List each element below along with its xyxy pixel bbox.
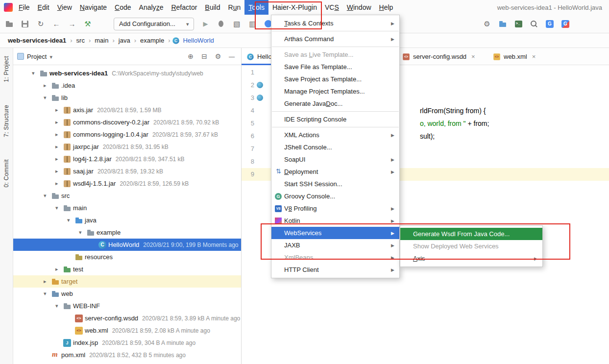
chevron-down-icon[interactable]: [49, 53, 52, 60]
tree-row-idea[interactable]: .idea: [13, 79, 241, 92]
menu-item-webservices[interactable]: WebServices: [271, 227, 399, 239]
tree-row-test[interactable]: test: [13, 263, 241, 275]
menu-build[interactable]: Build: [201, 0, 224, 15]
menu-item-save-file-as-template[interactable]: Save File as Template...: [271, 61, 399, 73]
expand-arrow[interactable]: [55, 156, 63, 162]
expand-arrow[interactable]: [55, 168, 63, 174]
menu-item-manage-project-templates[interactable]: Manage Project Templates...: [271, 85, 399, 97]
tree-row-commons-discovery-jar[interactable]: commons-discovery-0.2.jar 2020/8/21 8:59…: [13, 116, 241, 128]
webservice-gutter-icon[interactable]: [257, 82, 263, 88]
profiler-icon[interactable]: [248, 20, 257, 28]
tree-row-saaj-jar[interactable]: saaj.jar 2020/8/21 8:59, 19.32 kB: [13, 165, 241, 177]
submenu-item-axis[interactable]: Axis: [400, 252, 542, 265]
tree-row-web[interactable]: web: [13, 288, 241, 300]
open-icon[interactable]: [5, 20, 14, 28]
menu-run[interactable]: Run: [224, 0, 245, 15]
collapse-arrow[interactable]: [32, 70, 40, 76]
menu-file[interactable]: File: [15, 0, 34, 15]
plugin-icon[interactable]: [561, 20, 570, 28]
menu-item-http-client[interactable]: HTTP Client: [271, 264, 399, 276]
menu-haier-x-plugin[interactable]: Haier-X-Plugin: [268, 0, 321, 15]
tree-row-axis-jar[interactable]: axis.jar 2020/8/21 8:59, 1.59 MB: [13, 104, 241, 116]
tree-row-pom-xml[interactable]: pom.xml 2020/8/21 8:52, 432 B 5 minutes …: [13, 349, 241, 361]
tree-row-example[interactable]: example: [13, 226, 241, 239]
toolwindow-button-commit[interactable]: 0: Commit: [3, 159, 10, 187]
tree-row-jaxrpc-jar[interactable]: jaxrpc.jar 2020/8/21 8:59, 31.95 kB: [13, 141, 241, 153]
breadcrumb-main[interactable]: main: [93, 36, 110, 45]
expand-arrow[interactable]: [55, 107, 63, 113]
collapse-arrow[interactable]: [79, 229, 87, 236]
sync-icon[interactable]: [36, 20, 45, 28]
breadcrumb-example[interactable]: example: [138, 36, 166, 45]
project-panel-title[interactable]: Project: [27, 53, 47, 60]
menu-item-deployment[interactable]: Deployment: [271, 166, 399, 178]
menu-item-xml-actions[interactable]: XML Actions: [271, 129, 399, 141]
expand-arrow[interactable]: [55, 131, 63, 138]
tree-row-helloworld[interactable]: HelloWorld 2020/8/21 9:00, 199 B Moments…: [13, 239, 241, 251]
run-icon[interactable]: [201, 20, 210, 28]
editor-tab-web-xml[interactable]: web.xml: [488, 48, 544, 65]
tree-row-src[interactable]: src: [13, 190, 241, 202]
menu-item-arthas-command[interactable]: Arthas Command: [271, 33, 399, 45]
menu-item-ide-scripting-console[interactable]: IDE Scripting Console: [271, 113, 399, 125]
tree-row-java[interactable]: java: [13, 214, 241, 226]
translate-plugin-icon[interactable]: [545, 20, 554, 28]
menu-tools[interactable]: Tools: [244, 0, 268, 15]
menu-analyze[interactable]: Analyze: [135, 0, 168, 15]
tree-row-web-inf[interactable]: WEB-INF: [13, 300, 241, 312]
menu-item-start-ssh-session[interactable]: Start SSH Session...: [271, 178, 399, 190]
run-configuration-combo[interactable]: Add Configuration...: [114, 18, 194, 30]
webservice-gutter-icon[interactable]: [257, 95, 263, 101]
expand-arrow[interactable]: [55, 119, 63, 125]
forward-icon[interactable]: [68, 20, 76, 28]
editor-tab-server-config[interactable]: server-config.wsdd: [397, 48, 488, 65]
close-tab-icon[interactable]: [471, 53, 475, 60]
toolwindow-button-project[interactable]: 1: Project: [3, 56, 10, 82]
menu-item-tasks-contexts[interactable]: Tasks & Contexts: [271, 17, 399, 29]
collapse-arrow[interactable]: [44, 95, 51, 101]
terminal-icon[interactable]: [514, 20, 523, 28]
menu-edit[interactable]: Edit: [34, 0, 53, 15]
tree-row-wsdl4j-jar[interactable]: wsdl4j-1.5.1.jar 2020/8/21 8:59, 126.59 …: [13, 177, 241, 190]
debug-icon[interactable]: [217, 20, 225, 28]
tree-row-lib[interactable]: lib: [13, 92, 241, 104]
menu-vcs[interactable]: VCS: [321, 0, 343, 15]
breadcrumb-project[interactable]: web-services-idea1: [6, 36, 68, 45]
coverage-icon[interactable]: [232, 20, 241, 28]
menu-help[interactable]: Help: [375, 0, 397, 15]
build-hammer-icon[interactable]: [83, 20, 92, 28]
hide-panel-icon[interactable]: [226, 52, 237, 60]
expand-arrow[interactable]: [55, 266, 63, 272]
collapse-arrow[interactable]: [67, 217, 75, 223]
tree-row-target[interactable]: target: [13, 275, 241, 288]
menu-window[interactable]: Window: [343, 0, 375, 15]
tree-row-log4j-jar[interactable]: log4j-1.2.8.jar 2020/8/21 8:59, 347.51 k…: [13, 153, 241, 165]
breadcrumb-src[interactable]: src: [74, 36, 87, 45]
menu-item-groovy-console[interactable]: Groovy Console...: [271, 190, 399, 202]
breadcrumb-helloworld[interactable]: HelloWorld: [181, 36, 216, 45]
toolwindow-button-structure[interactable]: 7: Structure: [3, 105, 10, 137]
submenu-item-show-deployed-web-services[interactable]: Show Deployed Web Services: [400, 240, 542, 252]
locate-file-icon[interactable]: [185, 52, 196, 60]
menu-item-save-project-as-template[interactable]: Save Project as Template...: [271, 73, 399, 85]
menu-code[interactable]: Code: [111, 0, 135, 15]
collapse-arrow[interactable]: [44, 193, 51, 199]
back-icon[interactable]: [52, 20, 61, 28]
tree-row-web-services-idea1[interactable]: web-services-idea1 C:\WorkSpace\my-study…: [13, 67, 241, 79]
menu-refactor[interactable]: Refactor: [167, 0, 201, 15]
close-tab-icon[interactable]: [532, 53, 536, 60]
expand-arrow[interactable]: [44, 82, 51, 89]
tree-row-main[interactable]: main: [13, 202, 241, 214]
project-folder-icon[interactable]: [498, 20, 507, 28]
menu-item-jaxb[interactable]: JAXB: [271, 239, 399, 251]
wrench-icon[interactable]: [483, 20, 491, 28]
menu-item-v8-profiling[interactable]: V8 Profiling: [271, 202, 399, 215]
search-icon[interactable]: [530, 20, 538, 28]
collapse-arrow[interactable]: [55, 303, 63, 309]
gear-icon[interactable]: [213, 52, 223, 60]
menu-item-soapui[interactable]: SoapUI: [271, 153, 399, 166]
collapse-arrow[interactable]: [55, 205, 63, 211]
menu-item-jshell-console[interactable]: JShell Console...: [271, 141, 399, 153]
tree-row-server-config-wsdd[interactable]: server-config.wsdd 2020/8/21 8:59, 3.89 …: [13, 312, 241, 324]
menu-item-save-as-live-template[interactable]: Save as Live Template...: [271, 49, 399, 61]
